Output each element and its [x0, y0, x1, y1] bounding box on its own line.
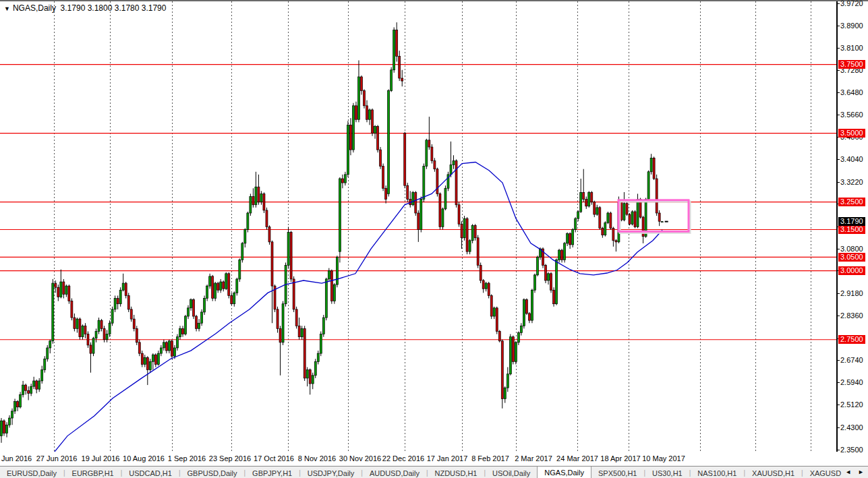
candle: [282, 304, 284, 342]
level-price-label: 2.7500: [838, 335, 865, 344]
current-price-label: 3.1790: [838, 217, 865, 226]
candle: [247, 213, 249, 229]
tab-eurusd-daily[interactable]: EURUSD,Daily: [0, 467, 63, 478]
tabs-scroll-left-icon[interactable]: ◄: [845, 467, 851, 477]
tab-nas100-h1[interactable]: NAS100,H1: [691, 467, 743, 478]
candle: [366, 106, 368, 119]
candle: [204, 299, 206, 312]
symbol-name: NGAS,Daily: [13, 3, 56, 13]
candle: [515, 342, 517, 362]
candle: [92, 338, 94, 353]
tab-nzdusd-h1[interactable]: NZDUSD,H1: [428, 467, 484, 478]
candle: [138, 342, 140, 353]
candle: [63, 282, 65, 294]
candle: [507, 374, 509, 388]
candle: [185, 316, 187, 334]
candle: [196, 316, 198, 328]
date-label: 10 May 2017: [642, 454, 685, 462]
candle: [525, 300, 527, 313]
candle: [52, 283, 54, 341]
candle: [399, 56, 401, 78]
candle: [223, 282, 225, 289]
tab-eurgbp-h1[interactable]: EURGBP,H1: [65, 467, 121, 478]
candle: [127, 295, 129, 309]
candle: [417, 213, 419, 229]
date-label: 17 Jan 2017: [427, 454, 468, 462]
tab-xagusd[interactable]: XAGUSD: [803, 467, 848, 478]
level-price-label: 3.1500: [838, 225, 865, 234]
candle: [41, 370, 43, 381]
candle: [258, 187, 260, 202]
tab-usdcad-h1[interactable]: USDCAD,H1: [122, 467, 179, 478]
chart-canvas[interactable]: [0, 0, 837, 466]
candle: [485, 283, 487, 289]
tab-us30-h1[interactable]: US30,H1: [645, 467, 689, 478]
candle: [444, 188, 446, 209]
candle: [314, 361, 316, 375]
candle: [320, 334, 322, 354]
candle: [325, 279, 327, 318]
candle: [250, 197, 252, 213]
candle: [474, 225, 476, 237]
candle: [266, 210, 268, 227]
candle: [347, 125, 349, 174]
candle: [20, 394, 22, 407]
candle: [133, 319, 135, 328]
candle: [68, 286, 70, 301]
candle: [109, 323, 111, 334]
candle: [228, 274, 230, 296]
candle: [401, 78, 403, 81]
tab-xauusd-h1[interactable]: XAUUSD,H1: [745, 467, 801, 478]
tab-usoil-daily[interactable]: USOil,Daily: [486, 467, 537, 478]
date-label: 24 Mar 2017: [556, 454, 598, 462]
candle: [556, 260, 558, 303]
candle: [490, 295, 492, 316]
current-price-marker: [665, 221, 668, 222]
collapse-triangle-icon[interactable]: ▼: [4, 5, 10, 12]
level-price-label: 3.0000: [838, 266, 865, 275]
tab-gbpusd-daily[interactable]: GBPUSD,Daily: [181, 467, 244, 478]
candle: [3, 421, 5, 433]
price-axis[interactable]: 3.97203.89003.81003.72803.64803.56603.48…: [837, 1, 868, 452]
candle: [287, 233, 289, 266]
tab-ngas-daily[interactable]: NGAS,Daily: [537, 467, 591, 478]
ohlc-close: 3.1790: [142, 3, 167, 13]
candle: [225, 274, 227, 289]
candle: [455, 160, 457, 204]
candle: [567, 234, 569, 243]
candle: [306, 370, 308, 378]
candle: [252, 197, 254, 205]
chart-title: ▼NGAS,Daily 3.1790 3.1800 3.1780 3.1790: [4, 3, 166, 13]
candle: [173, 348, 175, 356]
tabs-scroll-right-icon[interactable]: ►: [858, 467, 864, 477]
time-axis[interactable]: 3 Jun 201627 Jun 201619 Jul 201610 Aug 2…: [0, 452, 837, 466]
tab-gbpjpy-h1[interactable]: GBPJPY,H1: [245, 467, 299, 478]
tab-audusd-daily[interactable]: AUDUSD,Daily: [363, 467, 426, 478]
candle: [11, 411, 13, 418]
candle: [360, 77, 362, 90]
candle: [344, 175, 346, 183]
date-label: 23 Sep 2016: [209, 454, 251, 462]
candle: [100, 320, 103, 328]
candle: [74, 318, 76, 328]
candle: [14, 402, 16, 411]
candle: [577, 212, 579, 218]
tab-spx500-h1[interactable]: SPX500,H1: [591, 467, 643, 478]
candle: [98, 320, 100, 331]
candle: [239, 260, 241, 279]
candle: [217, 283, 219, 290]
price-tick-label: 3.6480: [840, 88, 863, 97]
candle: [550, 274, 552, 290]
chart-area[interactable]: ▼NGAS,Daily 3.1790 3.1800 3.1780 3.1790 …: [0, 0, 837, 452]
candle: [122, 283, 124, 290]
candle: [426, 140, 428, 167]
tab-usdjpy-daily[interactable]: USDJPY,Daily: [301, 467, 361, 478]
candle: [312, 376, 314, 384]
candle: [434, 160, 436, 169]
candle: [17, 402, 19, 407]
candle: [79, 319, 81, 337]
candle: [602, 228, 604, 235]
candle: [317, 353, 319, 361]
candle: [629, 214, 631, 224]
candle: [461, 224, 463, 237]
